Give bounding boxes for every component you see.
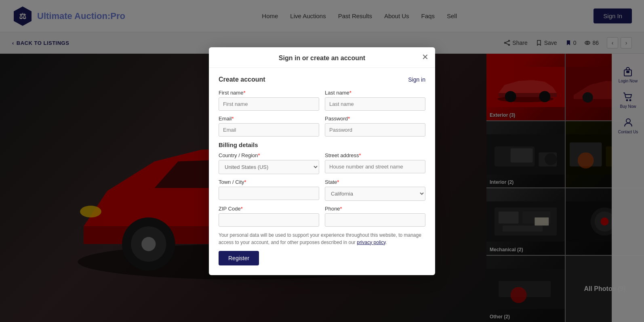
state-label: State*: [325, 179, 425, 185]
last-name-input[interactable]: [325, 97, 425, 111]
register-modal: Sign in or create an account ✕ Create ac…: [209, 47, 435, 275]
sign-in-link[interactable]: Sign in: [408, 76, 425, 83]
register-button[interactable]: Register: [219, 251, 259, 265]
create-account-label: Create account: [219, 76, 265, 83]
email-label: Email*: [219, 116, 319, 122]
zip-input[interactable]: [219, 213, 319, 227]
first-name-input[interactable]: [219, 97, 319, 111]
password-input[interactable]: [325, 123, 425, 137]
modal-close-button[interactable]: ✕: [422, 53, 429, 61]
street-label: Street address*: [325, 152, 425, 158]
first-name-label: First name*: [219, 90, 319, 96]
town-label: Town / City*: [219, 179, 319, 185]
privacy-text: Your personal data will be used to suppo…: [219, 232, 425, 246]
modal-title: Sign in or create an account: [209, 47, 435, 68]
email-input[interactable]: [219, 123, 319, 137]
modal-overlay[interactable]: Sign in or create an account ✕ Create ac…: [0, 0, 644, 322]
state-select[interactable]: California: [325, 187, 425, 201]
country-label: Country / Region*: [219, 152, 319, 158]
country-select[interactable]: United States (US): [219, 160, 319, 174]
street-input[interactable]: [325, 160, 425, 173]
zip-label: ZIP Code*: [219, 206, 319, 212]
billing-title: Billing details: [219, 141, 425, 148]
phone-label: Phone*: [325, 206, 425, 212]
privacy-policy-link[interactable]: privacy policy: [357, 240, 385, 245]
town-input[interactable]: [219, 187, 319, 200]
last-name-label: Last name*: [325, 90, 425, 96]
password-label: Password*: [325, 116, 425, 122]
phone-input[interactable]: [325, 213, 425, 227]
